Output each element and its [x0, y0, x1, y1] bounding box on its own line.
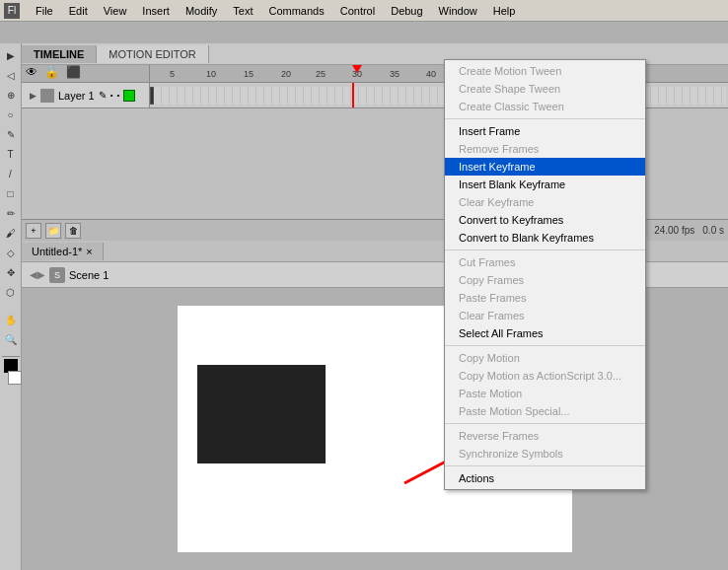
- menu-edit[interactable]: Edit: [61, 3, 96, 19]
- menu-file[interactable]: File: [28, 3, 61, 19]
- ctx-reverse-frames[interactable]: Reverse Frames: [445, 427, 645, 445]
- scene-icon: S: [49, 267, 65, 283]
- menu-bar: Fl File Edit View Insert Modify Text Com…: [0, 0, 728, 22]
- menu-modify[interactable]: Modify: [178, 3, 225, 19]
- fps-label: 24.00 fps: [654, 225, 694, 236]
- ctx-convert-to-blank-keyframes[interactable]: Convert to Blank Keyframes: [445, 229, 645, 247]
- brush-tool[interactable]: 🖌: [2, 224, 20, 242]
- ctx-actions[interactable]: Actions: [445, 469, 645, 487]
- menu-text[interactable]: Text: [225, 3, 260, 19]
- ctx-copy-frames[interactable]: Copy Frames: [445, 271, 645, 289]
- pencil-tool[interactable]: ✏: [2, 204, 20, 222]
- tick-15: 15: [244, 69, 254, 79]
- pen-tool[interactable]: ✎: [2, 125, 20, 143]
- menu-help[interactable]: Help: [485, 3, 524, 19]
- ctx-sep-3: [445, 345, 645, 346]
- menu-control[interactable]: Control: [332, 3, 383, 19]
- ctx-create-motion-tween[interactable]: Create Motion Tween: [445, 62, 645, 80]
- tick-25: 25: [316, 69, 326, 79]
- ctx-copy-motion-as3[interactable]: Copy Motion as ActionScript 3.0...: [445, 367, 645, 385]
- ctx-cut-frames[interactable]: Cut Frames: [445, 253, 645, 271]
- lasso-tool[interactable]: ○: [2, 106, 20, 123]
- ctx-create-shape-tween[interactable]: Create Shape Tween: [445, 80, 645, 98]
- rect-tool[interactable]: □: [2, 184, 20, 202]
- layer-name-col: ▶ Layer 1 ✎ • •: [22, 83, 150, 107]
- context-menu: Create Motion Tween Create Shape Tween C…: [444, 59, 646, 490]
- doc-tab-untitled[interactable]: Untitled-1* ×: [22, 243, 104, 260]
- doc-close-btn[interactable]: ×: [86, 246, 92, 257]
- eraser-tool[interactable]: ⬡: [2, 283, 20, 301]
- line-tool[interactable]: /: [2, 165, 20, 182]
- ctx-convert-to-keyframes[interactable]: Convert to Keyframes: [445, 211, 645, 229]
- ruler-spacer: 👁 🔒 ⬛: [22, 65, 150, 82]
- tab-timeline[interactable]: TIMELINE: [22, 45, 97, 63]
- ctx-insert-frame[interactable]: Insert Frame: [445, 122, 645, 140]
- ctx-remove-frames[interactable]: Remove Frames: [445, 140, 645, 158]
- tab-motion-editor[interactable]: MOTION EDITOR: [97, 45, 208, 63]
- add-layer-btn[interactable]: +: [26, 223, 41, 239]
- paint-bucket-tool[interactable]: ◇: [2, 244, 20, 261]
- select-tool[interactable]: ▶: [2, 46, 20, 64]
- ctx-synchronize-symbols[interactable]: Synchronize Symbols: [445, 445, 645, 463]
- subselect-tool[interactable]: ◁: [2, 66, 20, 84]
- tick-40: 40: [426, 69, 436, 79]
- menu-commands[interactable]: Commands: [260, 3, 331, 19]
- keyframe-indicator: [123, 90, 135, 102]
- hand-tool[interactable]: ✋: [2, 311, 20, 328]
- ctx-paste-motion[interactable]: Paste Motion: [445, 385, 645, 402]
- menu-window[interactable]: Window: [431, 3, 485, 19]
- ctx-sep-2: [445, 249, 645, 250]
- ctx-sep-4: [445, 423, 645, 424]
- ctx-insert-keyframe[interactable]: Insert Keyframe: [445, 158, 645, 176]
- ctx-create-classic-tween[interactable]: Create Classic Tween: [445, 98, 645, 115]
- ctx-insert-blank-keyframe[interactable]: Insert Blank Keyframe: [445, 176, 645, 193]
- app-logo: Fl: [4, 3, 20, 19]
- ctx-sep-1: [445, 118, 645, 119]
- zoom-tool[interactable]: 🔍: [2, 330, 20, 348]
- ctx-clear-frames[interactable]: Clear Frames: [445, 307, 645, 324]
- transform-tool[interactable]: ⊕: [2, 86, 20, 104]
- tick-20: 20: [281, 69, 291, 79]
- tick-35: 35: [390, 69, 400, 79]
- canvas-object: [197, 365, 326, 463]
- layer-name: Layer 1: [58, 90, 95, 102]
- ctx-select-all-frames[interactable]: Select All Frames: [445, 324, 645, 342]
- ctx-sep-5: [445, 465, 645, 466]
- time-label: 0.0 s: [702, 225, 724, 236]
- ctx-copy-motion[interactable]: Copy Motion: [445, 349, 645, 367]
- add-folder-btn[interactable]: 📁: [45, 223, 61, 239]
- tick-5: 5: [170, 69, 175, 79]
- tick-10: 10: [206, 69, 216, 79]
- text-tool[interactable]: T: [2, 145, 20, 163]
- ctx-clear-keyframe[interactable]: Clear Keyframe: [445, 193, 645, 211]
- menu-view[interactable]: View: [96, 3, 135, 19]
- ctx-paste-frames[interactable]: Paste Frames: [445, 289, 645, 307]
- doc-title: Untitled-1*: [32, 246, 82, 257]
- scene-name: Scene 1: [69, 269, 109, 281]
- eyedropper-tool[interactable]: ✥: [2, 263, 20, 281]
- menu-debug[interactable]: Debug: [383, 3, 430, 19]
- menu-insert[interactable]: Insert: [134, 3, 178, 19]
- left-toolbar: ▶ ◁ ⊕ ○ ✎ T / □ ✏ 🖌 ◇ ✥ ⬡ ✋ 🔍: [0, 43, 22, 570]
- ctx-paste-motion-special[interactable]: Paste Motion Special...: [445, 402, 645, 420]
- delete-layer-btn[interactable]: 🗑: [65, 223, 81, 239]
